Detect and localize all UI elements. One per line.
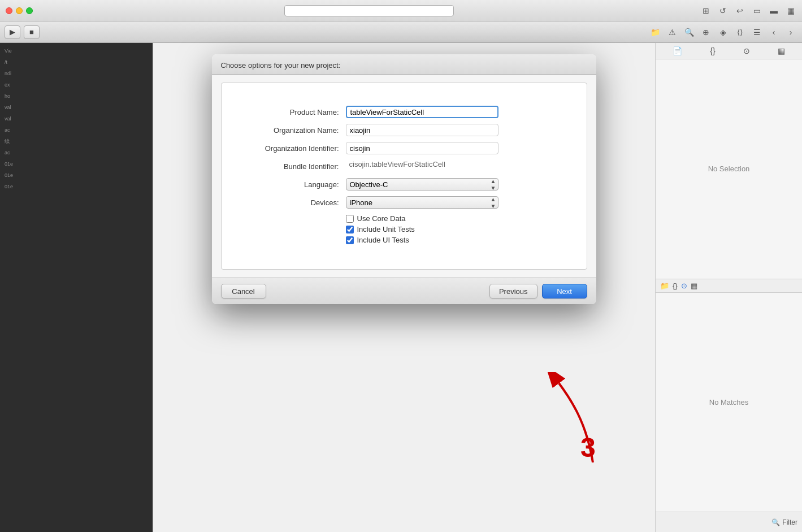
- sidebar-item-11[interactable]: 01e: [0, 158, 152, 170]
- right-panel-icon-2[interactable]: {}: [710, 46, 715, 55]
- right-panel-icon-4[interactable]: ▦: [778, 46, 785, 55]
- sidebar-item-13[interactable]: 01e: [0, 181, 152, 192]
- folder-icon[interactable]: 📁: [648, 25, 662, 39]
- main-layout: Vie /t ndi ex ho val val ac 续 ac 01e 01e…: [0, 43, 802, 532]
- include-ui-tests-label[interactable]: Include UI Tests: [357, 236, 409, 244]
- nav-prev-icon[interactable]: ‹: [767, 25, 781, 39]
- bundle-id-value: cisojin.tableViewForStaticCell: [346, 160, 498, 172]
- use-core-data-row: Use Core Data: [346, 214, 575, 223]
- warning-icon[interactable]: ⚠: [665, 25, 679, 39]
- bookmark-icon[interactable]: ⊕: [699, 25, 713, 39]
- mid-icon-2[interactable]: {}: [673, 282, 678, 290]
- sidebar-item-9[interactable]: 续: [0, 136, 152, 147]
- bundle-id-row: Bundle Identifier: cisojin.tableViewForS…: [233, 160, 575, 172]
- dialog-title: Choose options for your new project:: [221, 61, 341, 70]
- sidebar-item-12[interactable]: 01e: [0, 170, 152, 181]
- list-icon[interactable]: ☰: [750, 25, 764, 39]
- sidebar-item-1[interactable]: Vie: [0, 45, 152, 57]
- right-panel-icon-3[interactable]: ⊙: [743, 46, 750, 55]
- refresh-icon[interactable]: ↺: [717, 5, 729, 16]
- include-ui-tests-row: Include UI Tests: [346, 236, 575, 244]
- project-options-dialog: Choose options for your new project: Pro…: [212, 54, 596, 304]
- sidebar-item-3[interactable]: ndi: [0, 68, 152, 79]
- right-panel-mid-icons: 📁 {} ⊙ ▦: [656, 279, 802, 293]
- dialog-header: Choose options for your new project:: [212, 54, 596, 75]
- xcode-toolbar: ▶ ■ 📁 ⚠ 🔍 ⊕ ◈ ⟨⟩ ☰ ‹ ›: [0, 21, 802, 43]
- annotation-arrow: 3: [542, 372, 610, 475]
- sidebar-item-5[interactable]: ho: [0, 90, 152, 102]
- stop-button[interactable]: ■: [24, 25, 40, 39]
- titlebar-search[interactable]: [284, 5, 454, 16]
- maximize-button[interactable]: [26, 7, 33, 14]
- nav-next-icon[interactable]: ›: [784, 25, 797, 39]
- columns-icon[interactable]: ▦: [785, 5, 796, 16]
- product-name-label: Product Name:: [233, 108, 346, 116]
- language-label: Language:: [233, 180, 346, 189]
- grid-icon[interactable]: ⊞: [700, 5, 712, 16]
- include-unit-tests-label[interactable]: Include Unit Tests: [357, 225, 415, 233]
- product-name-input[interactable]: [346, 106, 498, 118]
- org-name-row: Organization Name:: [233, 124, 575, 136]
- center-area: Choose options for your new project: Pro…: [153, 43, 655, 532]
- devices-select[interactable]: iPhone iPad Universal: [346, 196, 498, 209]
- cancel-button[interactable]: Cancel: [221, 284, 266, 299]
- titlebar-icons: ⊞ ↺ ↩ ▭ ▬ ▦: [700, 5, 796, 16]
- right-panel-no-selection: No Selection: [656, 59, 802, 279]
- product-name-row: Product Name:: [233, 106, 575, 118]
- pane-icon[interactable]: ▭: [751, 5, 762, 16]
- org-name-input[interactable]: [346, 124, 498, 136]
- previous-button[interactable]: Previous: [489, 284, 537, 299]
- filter-icon: 🔍: [771, 518, 780, 526]
- code-icon[interactable]: ⟨⟩: [733, 25, 747, 39]
- right-panel: 📄 {} ⊙ ▦ No Selection 📁 {} ⊙ ▦ No Matche…: [655, 43, 802, 532]
- mid-icon-3[interactable]: ⊙: [681, 282, 687, 290]
- sidebar-item-10[interactable]: ac: [0, 147, 152, 158]
- sidebar-item-4[interactable]: ex: [0, 79, 152, 90]
- include-unit-tests-row: Include Unit Tests: [346, 225, 575, 233]
- right-panel-no-matches: No Matches: [656, 293, 802, 512]
- mid-icon-1[interactable]: 📁: [660, 282, 669, 290]
- right-panel-footer: 🔍 Filter: [656, 512, 802, 532]
- devices-select-wrapper: iPhone iPad Universal ▲▼: [346, 196, 498, 209]
- run-button[interactable]: ▶: [5, 25, 20, 39]
- sidebar-item-7[interactable]: val: [0, 113, 152, 124]
- dialog-body: Product Name: Organization Name: Organiz…: [221, 83, 587, 270]
- arrow-icon[interactable]: ↩: [734, 5, 745, 16]
- search-toolbar-icon[interactable]: 🔍: [682, 25, 696, 39]
- language-select[interactable]: Objective-C Swift: [346, 178, 498, 191]
- dialog-footer: Cancel Previous Next: [212, 278, 596, 304]
- org-id-row: Organization Identifier:: [233, 142, 575, 154]
- sidebar-item-6[interactable]: val: [0, 102, 152, 113]
- right-panel-icons-top: 📄 {} ⊙ ▦: [656, 43, 802, 59]
- bundle-id-label: Bundle Identifier:: [233, 162, 346, 171]
- minimize-button[interactable]: [16, 7, 23, 14]
- language-row: Language: Objective-C Swift ▲▼: [233, 178, 575, 191]
- right-panel-icon-1[interactable]: 📄: [673, 46, 682, 55]
- left-sidebar: Vie /t ndi ex ho val val ac 续 ac 01e 01e…: [0, 43, 153, 532]
- footer-btns-right: Previous Next: [489, 284, 587, 299]
- sidebar-item-2[interactable]: /t: [0, 57, 152, 68]
- use-core-data-label[interactable]: Use Core Data: [357, 214, 406, 223]
- use-core-data-checkbox[interactable]: [346, 215, 354, 223]
- split-icon[interactable]: ▬: [768, 5, 779, 16]
- sidebar-content: Vie /t ndi ex ho val val ac 续 ac 01e 01e…: [0, 43, 152, 194]
- svg-text:3: 3: [580, 432, 596, 462]
- mid-icon-4[interactable]: ▦: [691, 282, 697, 290]
- close-button[interactable]: [6, 7, 12, 14]
- issue-icon[interactable]: ◈: [716, 25, 730, 39]
- filter-button[interactable]: 🔍 Filter: [771, 518, 797, 526]
- next-button[interactable]: Next: [542, 284, 587, 299]
- include-unit-tests-checkbox[interactable]: [346, 226, 354, 233]
- traffic-lights: [6, 7, 33, 14]
- devices-row: Devices: iPhone iPad Universal ▲▼: [233, 196, 575, 209]
- org-id-input[interactable]: [346, 142, 498, 154]
- titlebar: ⊞ ↺ ↩ ▭ ▬ ▦: [0, 0, 802, 21]
- sidebar-item-8[interactable]: ac: [0, 124, 152, 136]
- org-id-label: Organization Identifier:: [233, 144, 346, 153]
- language-select-wrapper: Objective-C Swift ▲▼: [346, 178, 498, 191]
- devices-label: Devices:: [233, 198, 346, 207]
- include-ui-tests-checkbox[interactable]: [346, 236, 354, 244]
- titlebar-center: [42, 5, 696, 16]
- filter-label: Filter: [782, 518, 797, 526]
- org-name-label: Organization Name:: [233, 126, 346, 135]
